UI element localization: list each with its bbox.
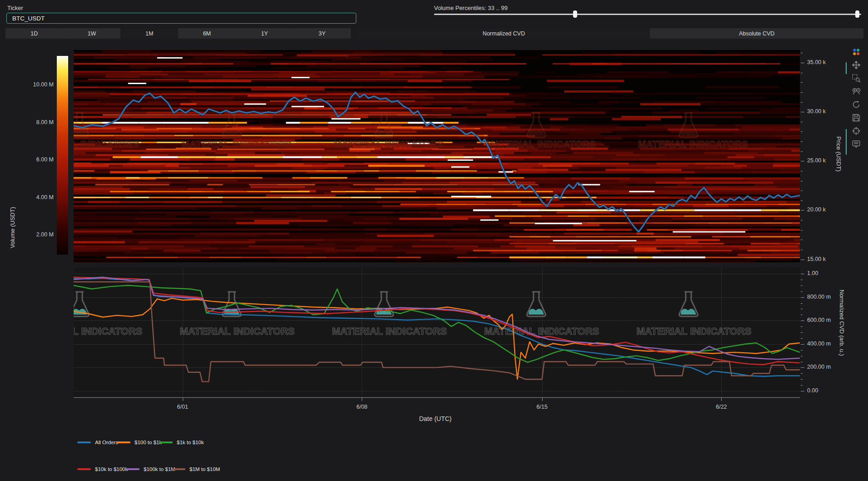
cvd-tick-label: 1.00 [807, 270, 818, 276]
legend-item[interactable]: All Orders [77, 440, 118, 445]
cvd-axis-title: Normalized CVD (arb. u.) [838, 290, 845, 356]
tick-mark [801, 102, 803, 103]
tick-mark [801, 141, 803, 142]
tick-mark [801, 303, 803, 304]
tick-mark [801, 230, 803, 230]
zoom-in-out-icon[interactable] [851, 86, 861, 96]
legend-label: $10k to $100k [95, 466, 128, 472]
tick-mark [801, 92, 803, 93]
tick-mark [801, 326, 803, 327]
ticker-label: Ticker [7, 5, 23, 11]
tick-mark [801, 250, 803, 250]
slider-handle-min[interactable] [573, 10, 577, 18]
range-button-3y[interactable]: 3Y [293, 28, 351, 39]
firecharts-app: Ticker 1D1W1M6M1Y3Y Volume Percentiles: … [0, 0, 868, 481]
legend-item[interactable]: $10k to $100k [77, 466, 128, 472]
tick-mark [801, 112, 804, 112]
volume-axis-title: Volume (USDT) [9, 207, 16, 248]
tick-mark [801, 260, 804, 260]
date-tick-label: 6/08 [356, 404, 367, 410]
legend-item[interactable]: $100 to $1k [117, 440, 162, 445]
legend-swatch [172, 468, 185, 470]
cvd-tick-label: 400.00 m [807, 341, 831, 347]
price-tick-label: 15.00 k [807, 256, 826, 262]
range-button-1m[interactable]: 1M [120, 28, 178, 39]
legend-swatch [77, 441, 91, 443]
price-tick-label: 30.00 k [807, 108, 826, 115]
tick-mark [801, 53, 803, 53]
tick-mark [801, 379, 803, 380]
tick-mark [801, 367, 804, 368]
tick-mark [801, 220, 803, 220]
tick-mark [362, 397, 362, 401]
date-tick-label: 6/22 [716, 404, 727, 410]
tick-mark [801, 190, 803, 191]
volume-tick-label: 4.00 M [8, 194, 54, 200]
box-zoom-icon[interactable] [851, 73, 861, 83]
range-button-6m[interactable]: 6M [178, 28, 236, 39]
tick-mark [801, 280, 803, 280]
range-button-1y[interactable]: 1Y [236, 28, 294, 39]
volume-percentiles-label: Volume Percentiles: 33 .. 99 [434, 5, 508, 11]
legend-label: $100 to $1k [135, 440, 162, 445]
volume-colorbar [57, 56, 68, 255]
tick-mark [801, 338, 803, 339]
cvd-tick-label: 0.00 [807, 387, 818, 394]
tick-mark [801, 151, 803, 152]
tick-mark [801, 350, 803, 351]
tick-mark [801, 210, 804, 210]
tick-mark [801, 171, 803, 171]
volume-percentiles-slider[interactable] [434, 14, 861, 15]
tick-mark [183, 397, 183, 401]
date-tick-label: 6/15 [537, 404, 548, 410]
tick-mark [801, 356, 803, 356]
crosshair-icon[interactable] [851, 126, 861, 136]
tick-mark [801, 274, 804, 274]
cvd-mode-button-normalized[interactable]: Normalized CVD [358, 28, 650, 39]
volume-tick-label: 6.00 M [8, 156, 54, 163]
tick-mark [801, 373, 803, 374]
tick-mark [801, 200, 803, 201]
tick-mark [801, 161, 804, 161]
plotly-logo-icon[interactable] [851, 47, 861, 57]
cvd-tick-label: 600.00 m [807, 317, 831, 323]
date-tick-label: 6/01 [177, 404, 188, 410]
range-button-1w[interactable]: 1W [63, 28, 121, 39]
volume-tick-label: 2.00 M [8, 231, 54, 238]
hover-tooltip-icon[interactable] [851, 139, 861, 149]
tick-mark [801, 344, 804, 345]
tick-mark [801, 297, 804, 298]
tick-mark [801, 362, 803, 362]
tick-mark [801, 332, 803, 333]
volume-tick-label: 10.00 M [8, 81, 54, 88]
price-axis-title: Price (USDT) [835, 136, 842, 171]
volume-tick-label: 8.00 M [8, 119, 54, 125]
heatmap-chart[interactable] [74, 50, 800, 262]
tick-mark [801, 291, 803, 292]
pan-icon[interactable] [851, 60, 861, 70]
legend-item[interactable]: $100k to $1M [126, 466, 175, 472]
date-axis-title: Date (UTC) [419, 415, 452, 422]
legend-swatch [126, 468, 140, 470]
legend-swatch [77, 468, 91, 470]
slider-handle-max[interactable] [855, 10, 859, 18]
tick-mark [721, 397, 722, 401]
tick-mark [801, 82, 803, 83]
normalized-cvd-chart[interactable] [74, 267, 800, 396]
save-image-icon[interactable] [851, 113, 861, 123]
range-button-1d[interactable]: 1D [5, 28, 63, 39]
cvd-mode-button-absolute[interactable]: Absolute CVD [650, 28, 863, 39]
ticker-input[interactable] [6, 13, 356, 24]
range-buttons: 1D1W1M6M1Y3Y [5, 28, 351, 39]
legend-swatch [117, 441, 130, 443]
price-tick-label: 25.00 k [807, 157, 826, 164]
cvd-mode-buttons: Normalized CVDAbsolute CVD [358, 28, 863, 39]
tick-mark [801, 63, 804, 63]
legend-item[interactable]: $1k to $10k [159, 440, 204, 445]
reset-axes-icon[interactable] [851, 100, 861, 110]
legend-item[interactable]: $1M to $10M [172, 466, 220, 472]
tick-mark [801, 131, 803, 132]
tick-mark [801, 391, 804, 391]
cvd-tick-label: 200.00 m [807, 364, 831, 370]
tick-mark [801, 385, 803, 386]
